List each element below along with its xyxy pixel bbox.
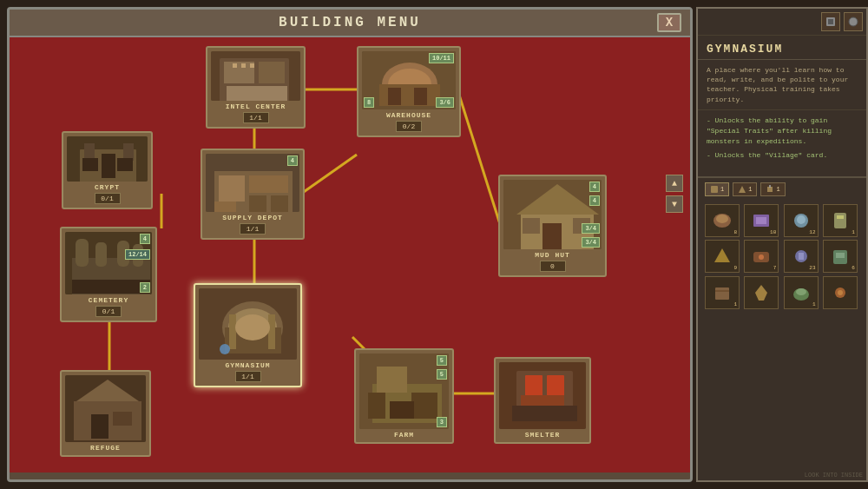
right-panel-header: GYMNASIUM xyxy=(698,36,866,60)
resource-tab-1[interactable]: 1 xyxy=(705,182,729,196)
mud-hut-label: MUD HUT xyxy=(535,251,570,259)
svg-rect-94 xyxy=(799,253,804,260)
crypt-label: CRYPT xyxy=(95,183,120,191)
panel-building-name: GYMNASIUM xyxy=(707,43,858,56)
resource-item-0[interactable]: 8 xyxy=(705,204,740,237)
svg-rect-62 xyxy=(411,393,437,419)
resource-count-0: 8 xyxy=(733,229,737,235)
refuge-image xyxy=(65,375,146,442)
panel-icon-1[interactable] xyxy=(821,12,840,31)
svg-rect-88 xyxy=(834,213,846,228)
svg-rect-11 xyxy=(224,62,254,83)
resource-icon-1 xyxy=(750,211,773,230)
scroll-arrows: ▲ ▼ xyxy=(666,175,683,213)
resource-tab-3[interactable]: 1 xyxy=(760,182,785,196)
svg-rect-78 xyxy=(711,186,718,193)
crypt-art xyxy=(67,136,148,182)
resource-count-2: 12 xyxy=(809,229,815,235)
svg-point-56 xyxy=(235,314,270,340)
svg-rect-48 xyxy=(523,218,540,234)
resource-icon-11 xyxy=(829,283,852,302)
svg-rect-40 xyxy=(95,242,107,267)
scroll-down-button[interactable]: ▼ xyxy=(666,195,683,213)
building-card-cemetery[interactable]: 4 12/14 2 CEMETERY 0/1 xyxy=(60,227,157,322)
menu-title: BUILDING MENU xyxy=(279,15,421,30)
resource-item-6[interactable]: 23 xyxy=(784,240,819,273)
building-card-crypt[interactable]: CRYPT 0/1 xyxy=(62,131,153,209)
building-card-supply-depot[interactable]: 4 SUPPLY DEPOT 1/1 xyxy=(201,149,305,240)
menu-content: INTEL CENTER 1/1 10/11 8 3/6 xyxy=(10,37,690,472)
building-menu-panel: BUILDING MENU X xyxy=(7,7,693,482)
building-card-refuge[interactable]: REFUGE xyxy=(60,370,151,457)
mud-hut-badge-br: 3/4 xyxy=(582,223,600,234)
resource-item-4[interactable]: 9 xyxy=(705,240,740,273)
svg-rect-21 xyxy=(388,88,401,105)
resource-item-1[interactable]: 10 xyxy=(744,204,779,237)
farm-badge-bottom: 3 xyxy=(437,417,447,427)
svg-rect-34 xyxy=(249,195,266,212)
svg-rect-97 xyxy=(715,287,729,300)
intel-center-image xyxy=(211,51,300,101)
resource-grid: 8 10 12 1 9 7 xyxy=(698,201,866,276)
cemetery-counter: 0/1 xyxy=(95,306,122,317)
resource-item-10[interactable]: 1 xyxy=(784,276,819,309)
building-card-farm[interactable]: 5 5 3 FARM xyxy=(354,348,454,444)
resource-icon-0 xyxy=(711,211,733,230)
svg-rect-12 xyxy=(259,62,285,83)
farm-badge-top: 5 xyxy=(437,355,447,366)
svg-rect-15 xyxy=(241,63,246,68)
resource-item-2[interactable]: 12 xyxy=(784,204,819,237)
scroll-up-button[interactable]: ▲ xyxy=(666,175,683,192)
svg-point-87 xyxy=(797,215,806,224)
tab-icon-2 xyxy=(738,185,746,194)
svg-marker-79 xyxy=(739,186,746,193)
svg-marker-90 xyxy=(714,248,730,262)
building-card-mud-hut[interactable]: 4 4 3/4 3/4 MUD HUT 0 xyxy=(498,175,607,277)
resource-count-6: 23 xyxy=(809,265,815,271)
panel-icon-2-svg xyxy=(847,16,859,28)
resource-item-9[interactable] xyxy=(744,276,779,309)
svg-point-57 xyxy=(220,344,230,354)
supply-depot-art xyxy=(206,154,299,212)
resource-icon-3 xyxy=(829,211,852,230)
svg-rect-33 xyxy=(249,175,288,193)
building-card-smelter[interactable]: SMELTER xyxy=(494,357,591,444)
cemetery-label: CEMETERY xyxy=(89,296,128,304)
farm-art xyxy=(359,354,449,429)
resource-count-7: 6 xyxy=(852,265,855,271)
resource-item-7[interactable]: 6 xyxy=(823,240,858,273)
farm-image: 5 5 3 xyxy=(359,354,449,429)
resource-item-5[interactable]: 7 xyxy=(744,240,779,273)
menu-header: BUILDING MENU X xyxy=(10,10,690,37)
resource-item-8[interactable]: 1 xyxy=(705,276,740,309)
close-button[interactable]: X xyxy=(657,13,681,32)
panel-icon-2[interactable] xyxy=(844,12,863,31)
building-card-warehouse[interactable]: 10/11 8 3/6 WAREHOUSE 0/2 xyxy=(357,46,461,137)
gymnasium-image xyxy=(199,288,297,360)
svg-rect-74 xyxy=(113,412,132,426)
gymnasium-counter: 1/1 xyxy=(235,371,261,382)
building-card-intel-center[interactable]: INTEL CENTER 1/1 xyxy=(206,46,306,129)
resource-tab-2[interactable]: 1 xyxy=(733,182,757,196)
resource-item-3[interactable]: 1 xyxy=(823,204,858,237)
warehouse-badge-bl: 8 xyxy=(364,97,374,108)
tab-icon-3 xyxy=(766,185,774,194)
mud-hut-badge-mid: 4 xyxy=(589,195,600,206)
resource-count-1: 10 xyxy=(770,229,776,235)
resource-count-4: 9 xyxy=(733,265,737,271)
svg-rect-54 xyxy=(229,314,236,349)
svg-rect-43 xyxy=(72,280,150,294)
game-background: BUILDING MENU X xyxy=(0,0,868,489)
warehouse-badge-br: 3/6 xyxy=(436,97,454,108)
resource-item-11[interactable] xyxy=(823,276,858,309)
svg-rect-47 xyxy=(542,223,562,249)
svg-rect-22 xyxy=(414,88,427,105)
panel-bullets: - Unlocks the ability to gain "Special T… xyxy=(698,110,866,169)
smelter-art xyxy=(499,362,586,429)
cemetery-image: 4 12/14 2 xyxy=(65,232,152,294)
crypt-counter: 0/1 xyxy=(95,193,121,204)
resource-icon-7 xyxy=(829,247,852,266)
building-card-gymnasium[interactable]: GYMNASIUM 1/1 xyxy=(194,283,302,387)
cemetery-badge-mid: 12/14 xyxy=(125,249,150,260)
refuge-label: REFUGE xyxy=(90,444,121,452)
